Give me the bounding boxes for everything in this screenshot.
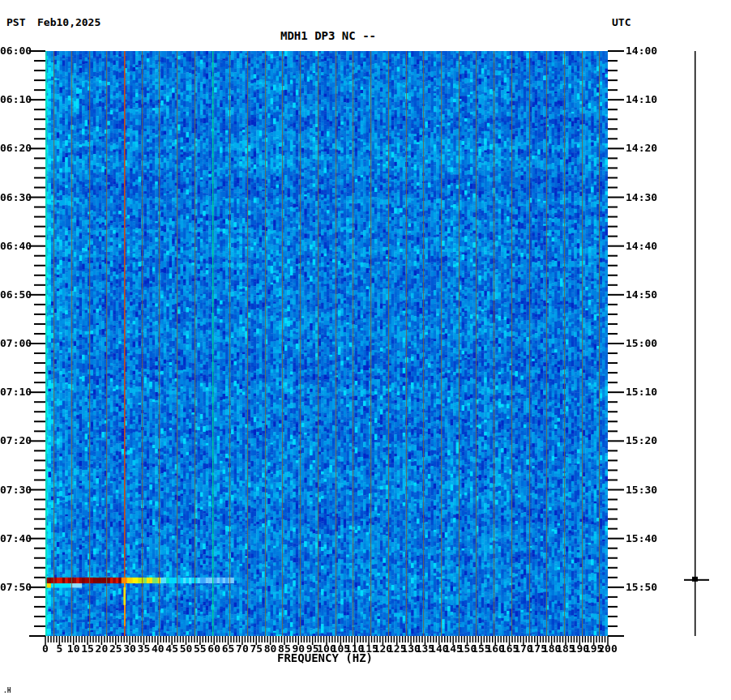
axes-and-amplitude-trace <box>0 0 731 700</box>
spectrogram-page: PST Feb10,2025 MDH1 DP3 NC -- (Mammoth D… <box>0 0 731 700</box>
footer-mark: .H <box>3 687 11 694</box>
x-axis-title: FREQUENCY (HZ) <box>277 651 373 664</box>
